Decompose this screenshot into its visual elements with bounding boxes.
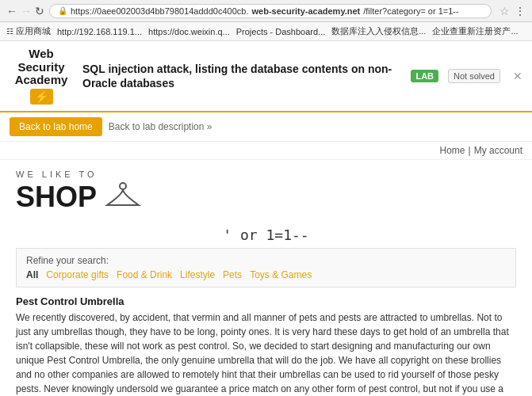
refresh-button[interactable]: ↻ xyxy=(35,5,44,17)
logo: Web Security Academy ⚡ xyxy=(10,48,73,105)
nav-separator: | xyxy=(469,145,471,156)
bookmarks-bar: ☷ 应用商城 http://192.168.119.1... https://d… xyxy=(0,22,532,41)
browser-nav-buttons: ← → ↻ xyxy=(6,5,44,17)
logo-line3: Academy xyxy=(15,74,68,87)
lab-title: SQL injection attack, listing the databa… xyxy=(82,62,401,90)
refine-links: All Corporate gifts Food & Drink Lifesty… xyxy=(26,269,506,280)
bookmark-doc[interactable]: https://doc.weixin.q... xyxy=(148,27,230,36)
url-bar[interactable]: 🔒 https://0aee002003d4bb798014addd0c400c… xyxy=(49,4,492,18)
lab-badge: LAB xyxy=(411,70,438,82)
bookmark-ip-label: http://192.168.119.1... xyxy=(57,27,142,36)
account-link[interactable]: My account xyxy=(474,145,522,156)
status-badge: Not solved xyxy=(448,69,500,83)
buttons-row: Back to lab home Back to lab description… xyxy=(0,112,532,142)
lock-icon: 🔒 xyxy=(58,6,67,15)
apps-icon: ☷ xyxy=(6,27,13,36)
top-nav: Home | My account xyxy=(0,142,532,160)
shop-area: WE LIKE TO SHOP xyxy=(0,160,532,219)
injection-query: ' or 1=1-- xyxy=(0,219,532,248)
shop-row: SHOP xyxy=(16,181,516,214)
bookmark-db-label: 数据库注入入侵权信息... xyxy=(331,25,426,37)
filter-toys[interactable]: Toys & Games xyxy=(250,269,312,280)
back-button[interactable]: ← xyxy=(6,5,17,17)
url-domain: web-security-academy.net xyxy=(252,6,361,16)
bookmark-db[interactable]: 数据库注入入侵权信息... xyxy=(331,25,426,37)
filter-lifestyle[interactable]: Lifestyle xyxy=(180,269,215,280)
close-button[interactable]: ✕ xyxy=(513,70,522,82)
logo-line1: Web xyxy=(29,48,53,61)
home-link[interactable]: Home xyxy=(440,145,465,156)
filter-food[interactable]: Food & Drink xyxy=(117,269,172,280)
shop-subtitle: WE LIKE TO xyxy=(16,169,516,179)
bookmark-corp[interactable]: 企业查重新注册资产... xyxy=(432,25,518,37)
bookmark-ip[interactable]: http://192.168.119.1... xyxy=(57,27,142,36)
url-suffix: /filter?category= or 1=1-- xyxy=(363,6,458,16)
filter-pets[interactable]: Pets xyxy=(223,269,242,280)
filter-all[interactable]: All xyxy=(26,269,38,280)
products-area: Pest Control Umbrella We recently discov… xyxy=(0,287,532,397)
bookmark-corp-label: 企业查重新注册资产... xyxy=(432,25,518,37)
search-refine-box: Refine your search: All Corporate gifts … xyxy=(16,248,516,287)
logo-line2: Security xyxy=(17,61,64,74)
lab-description-link[interactable]: Back to lab description » xyxy=(109,121,212,132)
logo-lightning: ⚡ xyxy=(30,89,53,105)
bookmark-apps-label: 应用商城 xyxy=(16,25,51,37)
product-title-1: Pest Control Umbrella xyxy=(16,295,516,307)
bookmark-projects-label: Projects - Dashboard... xyxy=(236,27,326,36)
url-prefix: https://0aee002003d4bb798014addd0c400cb. xyxy=(71,6,249,16)
filter-corporate[interactable]: Corporate gifts xyxy=(46,269,109,280)
hanger-icon xyxy=(103,181,143,213)
product-desc-1: We recently discovered, by accident, tha… xyxy=(16,310,516,397)
forward-button: → xyxy=(21,5,32,17)
shop-text: SHOP xyxy=(16,181,97,214)
bookmark-doc-label: https://doc.weixin.q... xyxy=(148,27,230,36)
refine-label: Refine your search: xyxy=(26,255,506,266)
svg-point-0 xyxy=(120,183,126,189)
bookmark-projects[interactable]: Projects - Dashboard... xyxy=(236,27,326,36)
settings-icon[interactable]: ⋮ xyxy=(515,5,526,17)
back-to-lab-button[interactable]: Back to lab home xyxy=(10,117,102,136)
bookmark-apps[interactable]: ☷ 应用商城 xyxy=(6,25,51,37)
bookmark-star[interactable]: ☆ xyxy=(499,5,510,17)
browser-chrome: ← → ↻ 🔒 https://0aee002003d4bb798014addd… xyxy=(0,0,532,22)
lab-banner: Web Security Academy ⚡ SQL injection att… xyxy=(0,41,532,112)
